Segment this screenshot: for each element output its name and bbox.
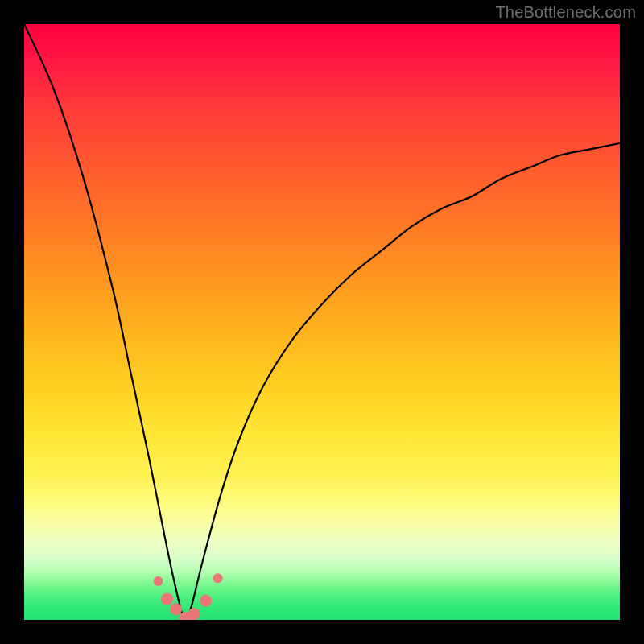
- curve-marker: [154, 576, 163, 586]
- watermark-text: TheBottleneck.com: [495, 3, 636, 22]
- marker-group: [154, 573, 223, 620]
- curve-marker: [213, 573, 223, 583]
- curve-marker: [200, 595, 212, 607]
- curve-marker: [170, 603, 182, 615]
- curve-marker: [161, 593, 173, 605]
- curve-marker: [188, 608, 200, 620]
- plot-area: [24, 24, 620, 620]
- bottleneck-curve-svg: [24, 24, 620, 620]
- chart-frame: TheBottleneck.com: [0, 0, 644, 644]
- bottleneck-curve-line: [24, 24, 620, 620]
